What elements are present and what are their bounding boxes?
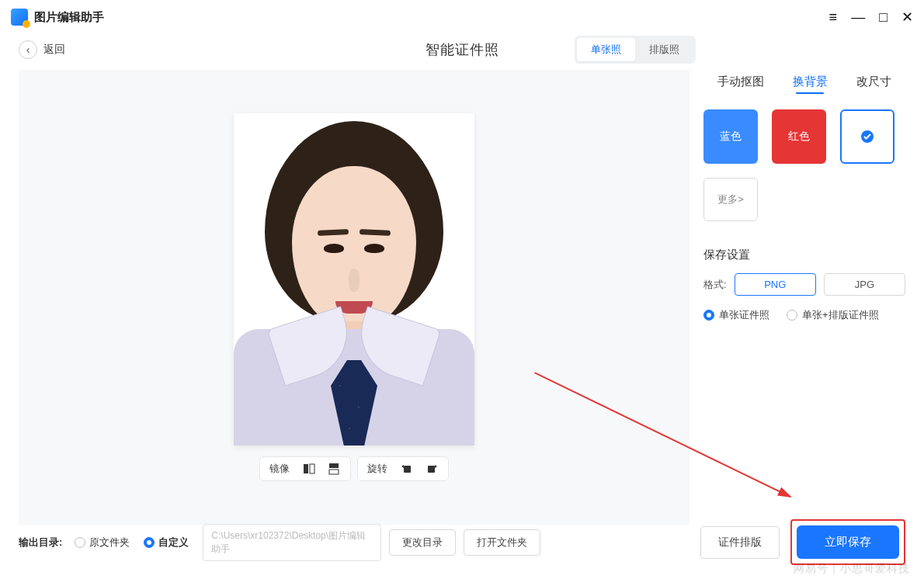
dir-radio-original[interactable]: 原文件夹: [75, 536, 130, 550]
save-button[interactable]: 立即保存: [797, 525, 899, 559]
format-jpg[interactable]: JPG: [824, 273, 905, 296]
chevron-left-icon: ‹: [19, 40, 37, 59]
tab-manual-cutout[interactable]: 手动抠图: [717, 75, 764, 94]
dir-radio-custom[interactable]: 自定义: [144, 536, 189, 550]
output-path-input[interactable]: C:\Users\xr102372\Desktop\图片编辑助手: [203, 524, 381, 561]
svg-rect-0: [304, 464, 308, 473]
format-row: 格式: PNG JPG: [703, 273, 905, 296]
menu-icon[interactable]: ≡: [829, 9, 838, 26]
radio-bullet-icon: [703, 310, 714, 321]
radio-single-plus-layout[interactable]: 单张+排版证件照: [787, 308, 879, 322]
radio-bullet-icon: [787, 310, 797, 321]
tab-resize[interactable]: 改尺寸: [856, 75, 891, 94]
radio-layout-label: 单张+排版证件照: [802, 308, 879, 322]
format-label: 格式:: [703, 278, 727, 292]
back-label: 返回: [43, 43, 65, 57]
radio-single-photo[interactable]: 单张证件照: [703, 308, 769, 322]
window-controls: ≡ — □ ✕: [829, 9, 913, 26]
bg-color-swatches: 蓝色 红色: [703, 109, 905, 164]
canvas-area: 镜像 旋转: [19, 70, 690, 525]
photo-toolbar: 镜像 旋转: [259, 456, 449, 481]
mirror-vertical-icon[interactable]: [327, 462, 341, 476]
swatch-white-selected[interactable]: [840, 109, 894, 164]
dir-radio-custom-label: 自定义: [158, 536, 189, 550]
svg-rect-3: [329, 470, 339, 474]
segmented-single[interactable]: 单张照: [577, 38, 635, 61]
svg-rect-5: [428, 466, 435, 473]
output-mode-radios: 单张证件照 单张+排版证件照: [703, 308, 905, 322]
id-photo-preview: [234, 113, 474, 446]
app-logo-icon: [11, 9, 28, 26]
minimize-icon[interactable]: —: [851, 9, 865, 26]
back-button[interactable]: ‹ 返回: [19, 40, 65, 59]
rotate-label: 旋转: [367, 462, 387, 476]
footer-right: 证件排版 立即保存: [700, 519, 905, 565]
check-circle-icon: [860, 129, 875, 144]
open-dir-button[interactable]: 打开文件夹: [464, 529, 540, 556]
swatch-blue[interactable]: 蓝色: [703, 109, 758, 164]
svg-rect-1: [310, 464, 314, 473]
maximize-icon[interactable]: □: [879, 9, 888, 26]
save-emphasis-box: 立即保存: [790, 519, 905, 565]
tab-change-bg[interactable]: 换背景: [793, 75, 828, 94]
mirror-label: 镜像: [269, 462, 290, 476]
main-area: 镜像 旋转 手动抠图 换背景 改尺寸 蓝色 红色 更多> 保存设置: [0, 67, 924, 525]
page-title: 智能证件照: [426, 40, 499, 59]
close-icon[interactable]: ✕: [901, 9, 913, 26]
header-row: ‹ 返回 智能证件照 单张照 排版照: [0, 34, 924, 67]
rotate-left-icon[interactable]: [400, 462, 414, 476]
rotate-right-icon[interactable]: [425, 462, 439, 476]
right-panel: 手动抠图 换背景 改尺寸 蓝色 红色 更多> 保存设置 格式: PNG JPG …: [703, 70, 905, 525]
segmented-layout[interactable]: 排版照: [635, 38, 693, 61]
swatch-more[interactable]: 更多>: [703, 178, 758, 221]
footer-bar: 输出目录: 原文件夹 自定义 C:\Users\xr102372\Desktop…: [0, 519, 924, 565]
swatch-red[interactable]: 红色: [772, 109, 826, 164]
svg-rect-4: [404, 466, 411, 473]
app-title: 图片编辑助手: [34, 10, 104, 25]
layout-button[interactable]: 证件排版: [700, 526, 780, 559]
output-dir-label: 输出目录:: [19, 536, 62, 550]
side-tabs: 手动抠图 换背景 改尺寸: [703, 75, 905, 94]
radio-bullet-icon: [144, 537, 155, 548]
change-dir-button[interactable]: 更改目录: [389, 529, 456, 556]
rotate-group: 旋转: [357, 456, 449, 481]
format-png[interactable]: PNG: [735, 273, 816, 296]
title-bar: 图片编辑助手 ≡ — □ ✕: [0, 0, 924, 34]
photo-mode-segmented: 单张照 排版照: [575, 36, 696, 64]
mirror-group: 镜像: [259, 456, 351, 481]
mirror-horizontal-icon[interactable]: [302, 462, 316, 476]
radio-single-label: 单张证件照: [719, 308, 769, 322]
dir-radio-original-label: 原文件夹: [89, 536, 130, 550]
watermark-text: 网易号｜小思哥爱科技: [794, 562, 910, 576]
radio-bullet-icon: [75, 537, 85, 548]
save-settings-title: 保存设置: [703, 248, 905, 262]
svg-rect-2: [329, 463, 339, 468]
